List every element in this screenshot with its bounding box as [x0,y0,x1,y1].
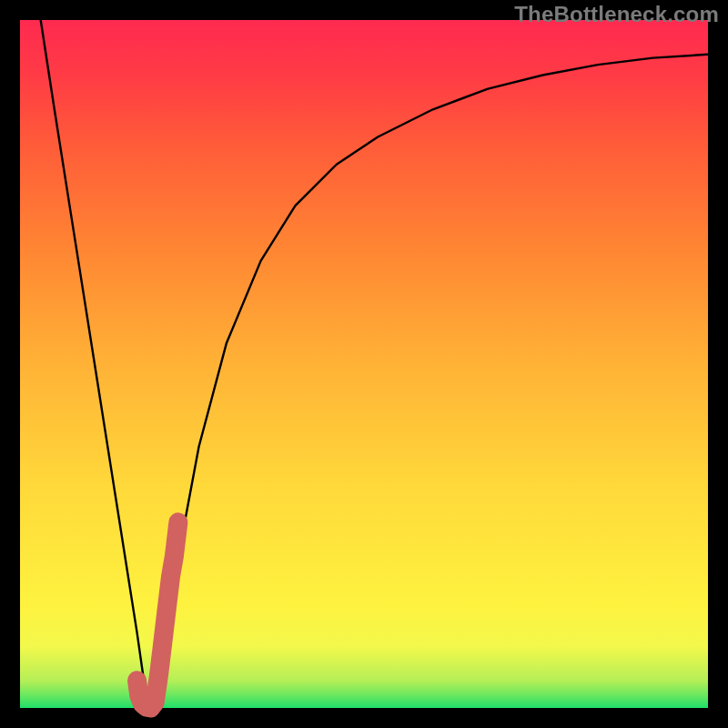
chart-frame: TheBottleneck.com [0,0,728,728]
plot-area [20,20,708,708]
